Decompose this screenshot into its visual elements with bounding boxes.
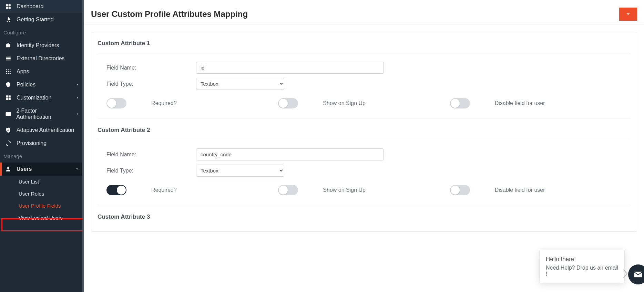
sidebar-item-2fa[interactable]: 2-Factor Authentication xyxy=(0,104,84,124)
page-header: User Custom Profile Attributes Mapping xyxy=(84,0,644,24)
sidebar-subitem-label: User Profile Fields xyxy=(19,203,61,209)
svg-rect-1 xyxy=(9,4,11,6)
attr2-field-name-row: Field Name: xyxy=(98,146,631,163)
sidebar-item-label: Users xyxy=(17,166,32,172)
sidebar-item-adaptive-auth[interactable]: Adaptive Authentication xyxy=(0,124,84,137)
svg-point-9 xyxy=(10,69,11,70)
attr1-required-toggle[interactable] xyxy=(106,98,126,108)
sidebar-item-policies[interactable]: Policies xyxy=(0,78,84,91)
divider xyxy=(98,205,631,205)
attr2-show-signup-toggle[interactable] xyxy=(278,185,298,195)
field-name-label: Field Name: xyxy=(106,65,196,71)
sidebar-section-manage: Manage xyxy=(0,150,84,163)
attr1-field-name-row: Field Name: xyxy=(98,60,631,76)
sidebar-subitem-label: View Locked Users xyxy=(19,215,63,221)
attr1-field-type-row: Field Type: Textbox xyxy=(98,76,631,92)
sidebar-item-label: Policies xyxy=(17,82,35,88)
help-popup-subtitle: Need Help? Drop us an email ! xyxy=(546,265,618,277)
attr1-field-name-input[interactable] xyxy=(196,62,384,74)
svg-point-14 xyxy=(8,73,9,74)
sidebar-item-label: Customization xyxy=(17,95,51,101)
sidebar-item-label: Provisioning xyxy=(17,140,47,146)
email-icon xyxy=(633,271,643,278)
help-popup-title: Hello there! xyxy=(546,256,618,263)
chevron-right-icon xyxy=(76,96,79,100)
attribute-1-title: Custom Attribute 1 xyxy=(98,40,631,53)
divider xyxy=(98,118,631,118)
svg-point-13 xyxy=(6,73,7,74)
required-label: Required? xyxy=(151,100,177,106)
shield-check-icon xyxy=(5,127,12,133)
svg-rect-18 xyxy=(6,98,8,100)
grid-icon xyxy=(5,69,12,75)
svg-rect-5 xyxy=(6,58,11,59)
svg-rect-2 xyxy=(6,7,8,9)
attr2-disable-toggle[interactable] xyxy=(450,185,470,195)
chevron-right-icon xyxy=(76,112,79,116)
chevron-right-icon xyxy=(76,83,79,86)
list-icon xyxy=(5,55,12,62)
svg-point-11 xyxy=(8,71,9,72)
sidebar-subitem-view-locked-users[interactable]: View Locked Users xyxy=(14,212,84,224)
sidebar-item-dashboard[interactable]: Dashboard xyxy=(0,0,84,13)
svg-rect-0 xyxy=(6,4,8,6)
sidebar-subitem-user-list[interactable]: User List xyxy=(14,176,84,188)
attr2-field-type-select[interactable]: Textbox xyxy=(196,165,284,177)
disable-label: Disable field for user xyxy=(495,187,545,193)
attr1-toggle-row: Required? Show on Sign Up Disable field … xyxy=(98,92,631,108)
page-title: User Custom Profile Attributes Mapping xyxy=(91,9,248,19)
sidebar-subitem-label: User Roles xyxy=(19,191,44,197)
sidebar-subitem-label: User List xyxy=(19,179,39,185)
sidebar-subitem-user-roles[interactable]: User Roles xyxy=(14,188,84,200)
rocket-icon xyxy=(5,17,12,23)
attribute-3-title: Custom Attribute 3 xyxy=(98,213,631,220)
svg-point-8 xyxy=(8,69,9,70)
sidebar-item-provisioning[interactable]: Provisioning xyxy=(0,137,84,150)
sidebar-item-label: Apps xyxy=(17,69,29,75)
sidebar-item-identity-providers[interactable]: Identity Providers xyxy=(0,39,84,52)
attr1-field-type-select[interactable]: Textbox xyxy=(196,78,284,90)
field-name-label: Field Name: xyxy=(106,152,196,158)
svg-point-21 xyxy=(7,167,9,169)
shield-icon xyxy=(5,82,12,88)
attr2-field-name-input[interactable] xyxy=(196,148,384,160)
svg-point-15 xyxy=(10,73,11,74)
required-label: Required? xyxy=(151,187,177,193)
disable-label: Disable field for user xyxy=(495,100,545,106)
briefcase-icon xyxy=(5,42,12,49)
sidebar: Dashboard Getting Started Configure Iden… xyxy=(0,0,84,292)
sidebar-item-label: Getting Started xyxy=(17,17,54,23)
attr2-required-toggle[interactable] xyxy=(106,185,126,195)
code-icon xyxy=(5,112,11,116)
svg-point-10 xyxy=(6,71,7,72)
main-content: User Custom Profile Attributes Mapping C… xyxy=(84,0,644,292)
field-type-label: Field Type: xyxy=(106,168,196,174)
sidebar-item-users[interactable]: Users xyxy=(0,163,84,176)
collapse-button[interactable] xyxy=(619,8,637,21)
sliders-icon xyxy=(5,95,12,101)
svg-point-7 xyxy=(6,69,7,70)
show-signup-label: Show on Sign Up xyxy=(323,100,366,106)
svg-rect-4 xyxy=(6,57,11,58)
attr2-field-type-row: Field Type: Textbox xyxy=(98,163,631,179)
sidebar-item-label: Adaptive Authentication xyxy=(17,127,74,133)
help-popup[interactable]: Hello there! Need Help? Drop us an email… xyxy=(539,250,625,283)
sidebar-item-label: Dashboard xyxy=(17,3,43,10)
sidebar-subitem-user-profile-fields[interactable]: User Profile Fields xyxy=(14,200,84,212)
sidebar-users-submenu: User List User Roles User Profile Fields… xyxy=(0,176,84,224)
sidebar-item-customization[interactable]: Customization xyxy=(0,91,84,104)
field-type-label: Field Type: xyxy=(106,81,196,87)
sidebar-section-configure: Configure xyxy=(0,26,84,39)
sidebar-item-apps[interactable]: Apps xyxy=(0,65,84,78)
attr1-disable-toggle[interactable] xyxy=(450,98,470,108)
sidebar-item-label: 2-Factor Authentication xyxy=(16,108,71,120)
svg-rect-3 xyxy=(9,7,11,9)
attr1-show-signup-toggle[interactable] xyxy=(278,98,298,108)
show-signup-label: Show on Sign Up xyxy=(323,187,366,193)
dashboard-icon xyxy=(5,3,12,10)
sidebar-item-label: Identity Providers xyxy=(17,42,59,49)
sidebar-item-getting-started[interactable]: Getting Started xyxy=(0,13,84,26)
sidebar-item-external-directories[interactable]: External Directories xyxy=(0,52,84,65)
attributes-block: Custom Attribute 1 Field Name: Field Typ… xyxy=(91,32,637,232)
chevron-down-icon xyxy=(625,11,631,17)
